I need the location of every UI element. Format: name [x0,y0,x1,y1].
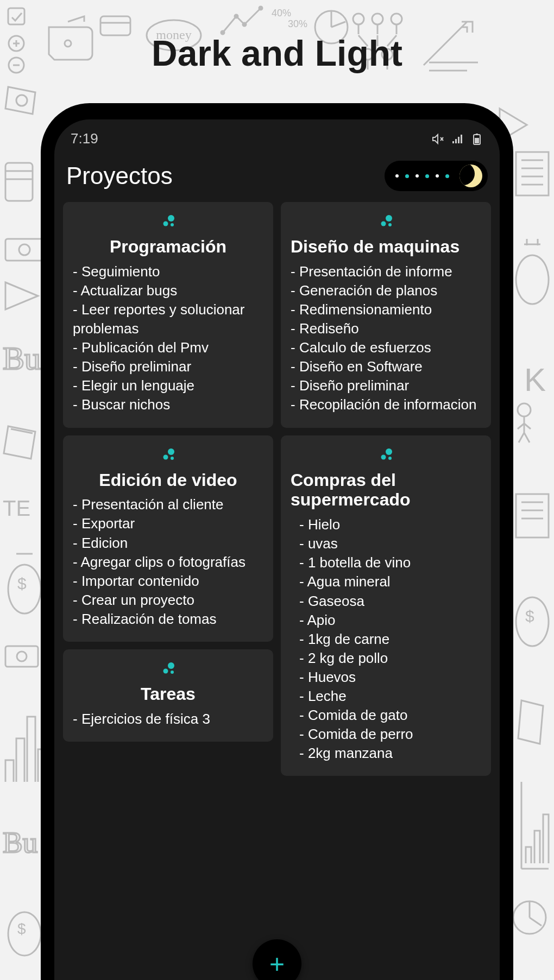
card-items: Ejercicios de física 3 [73,710,263,729]
svg-point-15 [372,14,383,24]
svg-point-52 [381,454,386,459]
svg-text:30%: 30% [288,18,307,29]
project-card-compras[interactable]: Compras del supermercado Hielo uvas 1 bo… [281,435,491,776]
card-title: Diseño de maquinas [291,237,481,257]
phone-screen: 7:19 Proyectos [54,119,500,980]
svg-point-40 [163,222,168,226]
battery-icon [470,132,483,146]
theme-toggle[interactable] [385,161,488,191]
project-card-tareas[interactable]: Tareas Ejercicios de física 3 [63,649,273,742]
svg-rect-31 [5,646,38,667]
svg-point-41 [171,223,174,226]
card-title: Programación [73,237,263,257]
svg-rect-21 [516,152,549,195]
svg-point-43 [163,454,168,459]
status-icons [431,132,483,146]
svg-text:Bu: Bu [3,340,41,376]
bubbles-icon [291,447,481,466]
svg-point-9 [243,23,246,26]
card-items: Presentación de informe Generación de pl… [291,262,481,415]
svg-point-8 [235,15,238,18]
bubbles-icon [291,214,481,232]
svg-point-19 [16,95,27,106]
svg-point-14 [353,14,364,24]
svg-point-45 [168,662,174,669]
bubbles-icon [73,661,263,680]
project-card-maquinas[interactable]: Diseño de maquinas Presentación de infor… [281,202,491,428]
svg-point-46 [163,669,168,674]
svg-rect-0 [8,8,24,24]
stars-icon [395,174,449,178]
card-items: Presentación al cliente Exportar Edicion… [73,495,263,629]
card-title: Edición de video [73,470,263,490]
project-grid: Programación Seguimiento Actualizar bugs… [54,202,500,776]
plus-icon: + [269,949,285,979]
hero-title: Dark and Light [0,33,554,74]
svg-point-39 [168,215,174,222]
add-button[interactable]: + [253,939,301,980]
bubbles-icon [73,447,263,466]
svg-point-42 [168,448,174,455]
card-items: Seguimiento Actualizar bugs Leer reporte… [73,262,263,415]
project-card-video[interactable]: Edición de video Presentación al cliente… [63,435,273,642]
svg-text:Bu: Bu [3,826,37,859]
signal-icon [451,132,464,146]
svg-rect-28 [516,494,549,538]
mute-icon [431,132,444,146]
page-title: Proyectos [66,162,173,189]
phone-frame: 7:19 Proyectos [41,103,513,980]
svg-point-44 [171,457,174,460]
svg-point-53 [388,457,392,460]
svg-point-27 [518,403,531,416]
svg-text:40%: 40% [272,8,291,18]
svg-rect-37 [475,138,479,143]
svg-rect-22 [5,239,43,261]
moon-icon [459,165,482,187]
status-time: 7:19 [71,130,98,147]
svg-text:K: K [524,362,546,398]
svg-point-48 [386,215,392,222]
svg-rect-20 [5,163,33,201]
svg-point-47 [171,671,174,674]
card-title: Tareas [73,684,263,704]
svg-point-32 [17,652,27,661]
svg-text:$: $ [525,607,534,625]
svg-point-10 [259,7,262,10]
svg-text:$: $ [17,574,27,592]
card-items: Hielo uvas 1 botella de vino Agua minera… [291,515,481,763]
svg-point-49 [381,222,386,226]
card-title: Compras del supermercado [291,470,481,510]
svg-point-51 [386,448,392,455]
status-bar: 7:19 [54,119,500,153]
app-header: Proyectos [54,153,500,202]
svg-point-16 [391,14,402,24]
svg-text:$: $ [17,920,26,937]
bubbles-icon [73,214,263,232]
svg-point-50 [388,223,392,226]
svg-rect-38 [476,134,478,135]
svg-text:TE: TE [3,496,30,520]
project-card-programacion[interactable]: Programación Seguimiento Actualizar bugs… [63,202,273,428]
svg-point-23 [19,244,30,255]
